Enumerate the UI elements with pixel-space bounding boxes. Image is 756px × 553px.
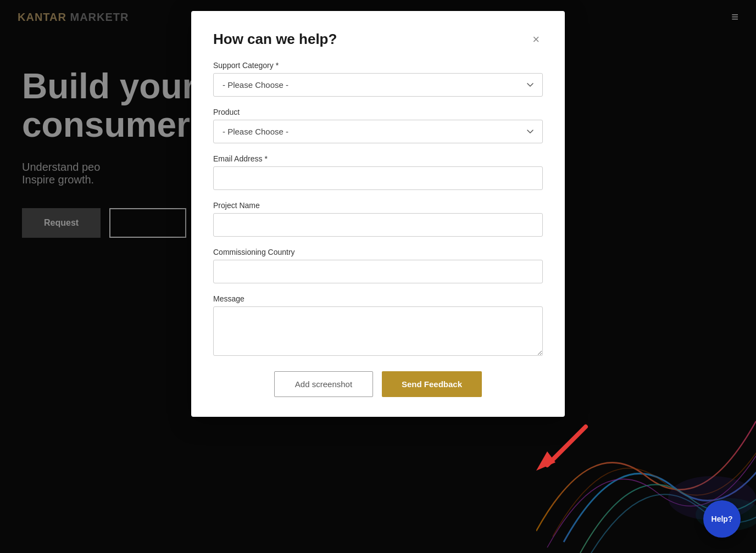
help-modal: How can we help? × Support Category * - …: [191, 11, 565, 417]
modal-overlay: How can we help? × Support Category * - …: [0, 0, 756, 553]
project-name-group: Project Name: [213, 201, 543, 237]
email-group: Email Address *: [213, 154, 543, 190]
commissioning-country-group: Commissioning Country: [213, 248, 543, 283]
commissioning-country-label: Commissioning Country: [213, 248, 543, 256]
modal-header: How can we help? ×: [213, 31, 543, 48]
product-select[interactable]: - Please Choose -: [213, 120, 543, 143]
modal-close-button[interactable]: ×: [529, 32, 543, 47]
help-button[interactable]: Help?: [703, 500, 741, 538]
modal-title: How can we help?: [213, 31, 337, 48]
send-feedback-button[interactable]: Send Feedback: [382, 371, 482, 397]
commissioning-country-input[interactable]: [213, 260, 543, 283]
message-group: Message: [213, 294, 543, 358]
project-name-input[interactable]: [213, 213, 543, 237]
project-name-label: Project Name: [213, 201, 543, 210]
support-category-select[interactable]: - Please Choose -: [213, 73, 543, 97]
support-category-label: Support Category *: [213, 61, 543, 70]
add-screenshot-button[interactable]: Add screenshot: [274, 371, 373, 397]
product-label: Product: [213, 108, 543, 116]
product-group: Product - Please Choose -: [213, 108, 543, 143]
form-actions: Add screenshot Send Feedback: [213, 371, 543, 397]
email-input[interactable]: [213, 166, 543, 190]
message-label: Message: [213, 294, 543, 303]
support-category-group: Support Category * - Please Choose -: [213, 61, 543, 97]
message-textarea[interactable]: [213, 306, 543, 356]
email-label: Email Address *: [213, 154, 543, 163]
